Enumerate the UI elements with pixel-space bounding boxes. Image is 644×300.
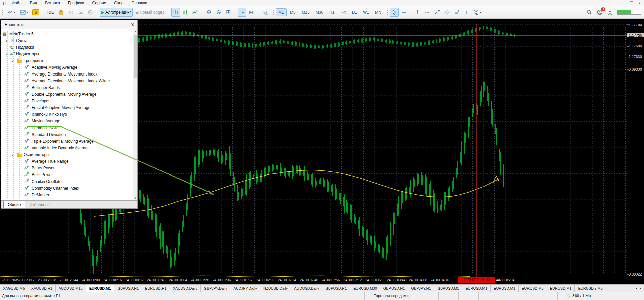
scrollbar-thumb[interactable] xyxy=(134,35,137,78)
symbol-tab-16[interactable]: EURUSD,M1 xyxy=(462,285,491,292)
ide-button[interactable]: IDE xyxy=(46,8,56,17)
expander-icon[interactable]: › xyxy=(5,39,9,43)
tree-item-metatrader-5[interactable]: MetaTrader 5 xyxy=(1,31,133,37)
restore-button[interactable]: ❐ xyxy=(630,1,633,5)
level-indicator[interactable]: ▲LVL xyxy=(607,9,612,15)
navigator-tab-общие[interactable]: Общие xyxy=(3,201,25,208)
symbol-tab-2[interactable]: AUDUSD,M15 xyxy=(56,285,86,292)
menu-item-3[interactable]: Графики xyxy=(64,0,88,6)
symbol-tab-5[interactable]: EURUSD,H1 xyxy=(142,285,170,292)
menu-item-6[interactable]: Справка xyxy=(128,0,151,6)
symbol-tab-4[interactable]: GBPUSD,H1 xyxy=(114,285,142,292)
tree-item-variable-index-dynamic-average[interactable]: Variable Index Dynamic Average xyxy=(1,145,133,151)
tree-item-moving-average[interactable]: Moving Average xyxy=(1,118,133,124)
navigator-tab-избранное[interactable]: Избранное xyxy=(25,202,54,208)
symbol-tab-9[interactable]: NZDUSD,Daily xyxy=(260,285,291,292)
symbol-tab-14[interactable]: GBPJPY,H1 xyxy=(408,285,434,292)
chart-window[interactable]: EURUSD, M1: Euro vs US Dollar 3 1.177801… xyxy=(0,19,644,284)
profiles-button[interactable]: ▾ xyxy=(18,8,30,17)
text-tool[interactable]: T xyxy=(462,8,471,17)
shapes-tool[interactable]: ▾ xyxy=(472,8,483,17)
tree-item-bulls-power[interactable]: Bulls Power xyxy=(1,171,133,178)
tree-item-трендовые[interactable]: ∨Трендовые xyxy=(1,57,133,64)
timeframe-m5[interactable]: M5 xyxy=(287,8,298,16)
trendline-tool[interactable] xyxy=(433,8,442,17)
vps-button[interactable] xyxy=(86,8,95,17)
symbol-tab-8[interactable]: AUDJPY,Daily xyxy=(230,285,260,292)
tab-scroll-left-icon[interactable]: ◂ xyxy=(636,287,637,290)
algo-trading-button[interactable]: ▶Алготрейдинг xyxy=(100,8,133,17)
timeframe-mn[interactable]: MN xyxy=(372,8,384,16)
scroll-down-icon[interactable]: ▼ xyxy=(133,197,137,200)
menu-item-2[interactable]: Вставка xyxy=(41,0,64,6)
navigator-scrollbar[interactable]: ▲ ▼ xyxy=(133,29,137,200)
market-watch-button[interactable]: $ xyxy=(31,8,41,17)
zoom-in-button[interactable]: ⊕ xyxy=(204,8,213,17)
navigator-panel[interactable]: Навигатор ✕ MetaTrader 5›Счета›↻Подписки… xyxy=(1,20,138,209)
cursor-tool-button[interactable] xyxy=(390,8,399,17)
timeframe-m1[interactable]: M1 xyxy=(276,8,287,16)
tree-item-счета[interactable]: ›Счета xyxy=(1,37,133,44)
tree-item-adaptive-moving-average[interactable]: Adaptive Moving Average xyxy=(1,64,133,71)
vertical-line-tool[interactable] xyxy=(413,8,422,17)
minimize-button[interactable]: – xyxy=(622,1,625,5)
market-button[interactable] xyxy=(57,8,65,17)
candlestick-button[interactable] xyxy=(181,8,190,17)
auto-scroll-button[interactable] xyxy=(238,8,246,17)
timeframe-h4[interactable]: H4 xyxy=(338,8,348,16)
menu-item-4[interactable]: Сервис xyxy=(88,0,110,6)
tree-item-average-directional-movement-index-wilder[interactable]: Average Directional Movement Index Wilde… xyxy=(1,78,133,84)
menu-item-0[interactable]: Файл xyxy=(8,0,26,6)
tree-item-parabolic-sar[interactable]: Parabolic SAR xyxy=(1,124,133,131)
symbol-tab-6[interactable]: XAUUSD,Daily xyxy=(170,285,201,292)
tree-item-average-directional-movement-index[interactable]: Average Directional Movement Index xyxy=(1,71,133,78)
tree-item-double-exponential-moving-average[interactable]: Double Exponential Moving Average xyxy=(1,91,133,98)
symbol-tab-12[interactable]: EURUSD,M30 xyxy=(350,285,380,292)
tile-windows-button[interactable]: ⊞ xyxy=(224,8,233,17)
timeframe-h1[interactable]: H1 xyxy=(327,8,337,16)
line-chart-button[interactable] xyxy=(191,8,199,17)
symbol-tab-3[interactable]: EURUSD,M1 xyxy=(86,285,114,292)
tree-item-ichimoku-kinko-hyo[interactable]: Ichimoku Kinko Hyo xyxy=(1,111,133,118)
bar-chart-button[interactable] xyxy=(171,8,180,17)
tree-item-подписки[interactable]: ›↻Подписки xyxy=(1,44,133,51)
tree-item-triple-exponential-moving-average[interactable]: Triple Exponential Moving Average xyxy=(1,138,133,145)
tree-item-demarker[interactable]: DeMarker xyxy=(1,192,133,198)
channel-tool[interactable] xyxy=(443,8,451,17)
symbol-tab-7[interactable]: GBPJPY,Daily xyxy=(201,285,231,292)
timeframe-d1[interactable]: D1 xyxy=(349,8,360,16)
chart-shift-button[interactable] xyxy=(247,8,256,17)
expander-icon[interactable]: ∨ xyxy=(11,59,15,63)
close-icon[interactable]: ✕ xyxy=(131,22,135,28)
zoom-out-button[interactable]: ⊖ xyxy=(214,8,223,17)
expander-icon[interactable]: ∨ xyxy=(5,52,9,56)
signals-button[interactable] xyxy=(66,8,75,17)
tree-item-fractal-adaptive-moving-average[interactable]: Fractal Adaptive Moving Average xyxy=(1,104,133,111)
chart-type-button[interactable]: ▾ xyxy=(6,8,17,17)
timeframe-m15[interactable]: M15 xyxy=(299,8,312,16)
tree-item-bollinger-bands[interactable]: Bollinger Bands xyxy=(1,84,133,91)
tree-item-envelopes[interactable]: Envelopes xyxy=(1,98,133,104)
expander-icon[interactable]: › xyxy=(5,46,9,49)
expander-icon[interactable]: ∨ xyxy=(11,153,15,157)
horizontal-line-tool[interactable] xyxy=(423,8,432,17)
menu-item-1[interactable]: Вид xyxy=(26,0,41,6)
symbol-tab-15[interactable]: GBPUSD,M1 xyxy=(434,285,462,292)
symbol-tab-20[interactable]: EURUSD.s,M5 xyxy=(575,285,606,292)
cloud-button[interactable]: ☁ xyxy=(76,8,85,17)
close-button[interactable]: x xyxy=(639,1,641,5)
tree-item-standard-deviation[interactable]: Standard Deviation xyxy=(1,131,133,138)
tree-item-chaikin-oscillator[interactable]: Chaikin Oscillator xyxy=(1,178,133,185)
timeframe-w1[interactable]: W1 xyxy=(360,8,372,16)
symbol-tab-10[interactable]: AUDUSD,Daily xyxy=(291,285,322,292)
tree-item-индикаторы[interactable]: ∨Индикаторы xyxy=(1,51,133,57)
symbol-tab-13[interactable]: GBPUSD,H1 xyxy=(380,285,408,292)
tab-scroll-right-icon[interactable]: ▸ xyxy=(640,287,641,290)
timeframe-m30[interactable]: M30 xyxy=(313,8,326,16)
symbol-tab-19[interactable]: EURUSD,M1 xyxy=(547,285,575,292)
new-order-button[interactable]: ⊞Новый ордер xyxy=(134,8,166,17)
toolbar-grip[interactable] xyxy=(386,9,388,16)
notifications-button[interactable]: 2 xyxy=(597,9,603,15)
fibonacci-tool[interactable] xyxy=(452,8,461,17)
tree-item-average-true-range[interactable]: Average True Range xyxy=(1,158,133,165)
